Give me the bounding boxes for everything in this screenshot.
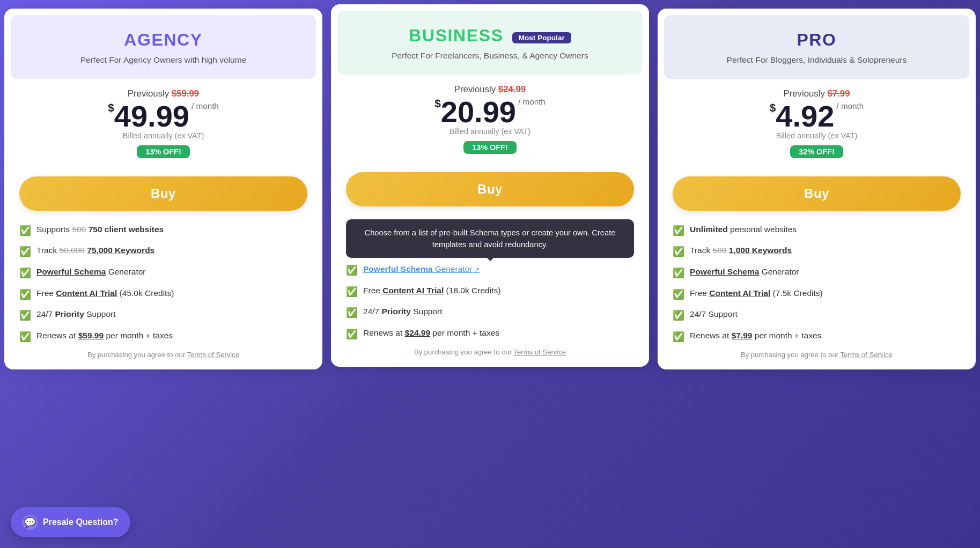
pricing-body-pro: Previously $7.99 $ 4.92 / month Billed a… — [658, 79, 976, 359]
previously-pro: Previously $7.99 — [673, 88, 961, 99]
list-item: ✅24/7 Priority Support — [19, 308, 307, 322]
list-item: ✅Unlimited personal websites — [673, 224, 961, 238]
check-icon: ✅ — [19, 245, 31, 258]
pricing-card-business: BUSINESSMost PopularPerfect For Freelanc… — [331, 4, 649, 367]
buy-button-agency[interactable]: Buy — [19, 176, 307, 211]
check-icon: ✅ — [673, 224, 684, 238]
discount-badge-pro: 32% OFF! — [790, 145, 843, 158]
plan-subtitle-business: Perfect For Freelancers, Business, & Age… — [350, 50, 630, 62]
check-icon: ✅ — [19, 288, 31, 301]
check-icon: ✅ — [346, 285, 358, 299]
feature-text-business-3: Renews at $24.99 per month + taxes — [363, 327, 499, 339]
buy-button-pro[interactable]: Buy — [673, 176, 961, 211]
plan-subtitle-pro: Perfect For Bloggers, Individuals & Solo… — [677, 54, 956, 66]
plan-title-agency: AGENCY — [24, 30, 303, 50]
chat-icon: 💬 — [23, 515, 38, 530]
list-item: ✅Track 50,000 75,000 Keywords — [19, 245, 307, 258]
feature-text-agency-2: Powerful Schema Generator — [36, 266, 146, 278]
terms-text-pro: By purchasing you agree to our Terms of … — [673, 351, 961, 359]
features-list-business: ✅Powerful Schema Generator✅Free Content … — [346, 263, 634, 341]
feature-text-pro-0: Unlimited personal websites — [690, 224, 797, 235]
list-item: ✅Supports 500 750 client websites — [19, 224, 307, 238]
check-icon: ✅ — [19, 266, 31, 280]
pricing-card-agency: AGENCYPerfect For Agency Owners with hig… — [4, 9, 322, 369]
check-icon: ✅ — [673, 309, 684, 322]
schema-tooltip: Choose from a list of pre-built Schema t… — [346, 219, 634, 258]
list-item: ✅24/7 Priority Support — [346, 306, 634, 320]
pricing-card-pro: PROPerfect For Bloggers, Individuals & S… — [658, 9, 976, 369]
feature-text-pro-1: Track 500 1,000 Keywords — [690, 245, 792, 256]
discount-badge-business: 13% OFF! — [463, 141, 516, 154]
billed-annually-pro: Billed annually (ex VAT) — [673, 131, 961, 140]
features-list-agency: ✅Supports 500 750 client websites✅Track … — [19, 224, 307, 344]
feature-text-business-2: 24/7 Priority Support — [363, 306, 443, 317]
price-row-pro: $ 4.92 / month — [673, 101, 961, 131]
terms-text-agency: By purchasing you agree to our Terms of … — [19, 351, 307, 359]
list-item: ✅Renews at $24.99 per month + taxes — [346, 327, 634, 341]
feature-text-business-1: Free Content AI Trial (18.0k Credits) — [363, 285, 500, 297]
feature-text-pro-3: Free Content AI Trial (7.5k Credits) — [690, 287, 823, 299]
discount-badge-agency: 13% OFF! — [137, 145, 189, 158]
discount-row-agency: 13% OFF! — [19, 145, 307, 168]
price-dollar-agency: $ — [108, 101, 114, 114]
presale-label: Presale Question? — [43, 517, 119, 527]
list-item: ✅Powerful Schema Generator — [673, 266, 961, 280]
price-amount-business: 20.99 — [441, 97, 516, 127]
price-period-agency: / month — [189, 101, 219, 110]
price-amount-pro: 4.92 — [776, 101, 834, 131]
billed-annually-business: Billed annually (ex VAT) — [346, 127, 634, 136]
card-header-pro: PROPerfect For Bloggers, Individuals & S… — [664, 15, 969, 79]
terms-link[interactable]: Terms of Service — [840, 351, 893, 359]
price-dollar-pro: $ — [770, 101, 776, 114]
price-row-business: $ 20.99 / month — [346, 97, 634, 127]
feature-text-pro-2: Powerful Schema Generator — [690, 266, 799, 278]
feature-text-pro-5: Renews at $7.99 per month + taxes — [690, 330, 821, 342]
presale-chat-button[interactable]: 💬 Presale Question? — [11, 507, 130, 537]
previously-agency: Previously $59.99 — [19, 88, 307, 99]
check-icon: ✅ — [346, 306, 358, 320]
feature-link[interactable]: Powerful Schema Generator — [363, 264, 480, 273]
price-period-business: / month — [516, 97, 546, 106]
discount-row-pro: 32% OFF! — [673, 145, 961, 168]
check-icon: ✅ — [673, 288, 684, 301]
check-icon: ✅ — [19, 224, 31, 238]
terms-text-business: By purchasing you agree to our Terms of … — [346, 348, 634, 356]
check-icon: ✅ — [346, 328, 358, 341]
list-item: ✅Renews at $7.99 per month + taxes — [673, 330, 961, 344]
feature-text-agency-1: Track 50,000 75,000 Keywords — [36, 245, 154, 256]
price-amount-agency: 49.99 — [114, 101, 189, 131]
feature-text-agency-0: Supports 500 750 client websites — [36, 224, 164, 235]
list-item: ✅Renews at $59.99 per month + taxes — [19, 330, 307, 344]
check-icon: ✅ — [346, 264, 358, 277]
check-icon: ✅ — [673, 245, 684, 258]
buy-button-business[interactable]: Buy — [346, 172, 634, 206]
pricing-body-business: Previously $24.99 $ 20.99 / month Billed… — [331, 75, 649, 357]
list-item: ✅Powerful Schema Generator — [346, 263, 634, 277]
pricing-container: AGENCYPerfect For Agency Owners with hig… — [0, 0, 980, 548]
plan-title-business: BUSINESS — [409, 26, 503, 46]
previously-business: Previously $24.99 — [346, 84, 634, 95]
feature-text-pro-4: 24/7 Support — [690, 308, 738, 320]
pricing-body-agency: Previously $59.99 $ 49.99 / month Billed… — [4, 79, 322, 359]
list-item: ✅24/7 Support — [673, 308, 961, 322]
discount-row-business: 13% OFF! — [346, 141, 634, 164]
billed-annually-agency: Billed annually (ex VAT) — [19, 131, 307, 140]
feature-text-agency-3: Free Content AI Trial (45.0k Credits) — [36, 287, 174, 299]
terms-link[interactable]: Terms of Service — [513, 348, 566, 356]
list-item: ✅Free Content AI Trial (18.0k Credits) — [346, 285, 634, 299]
feature-text-agency-5: Renews at $59.99 per month + taxes — [36, 330, 173, 342]
features-list-pro: ✅Unlimited personal websites✅Track 500 1… — [673, 224, 961, 344]
check-icon: ✅ — [673, 266, 684, 280]
list-item: ✅Free Content AI Trial (7.5k Credits) — [673, 287, 961, 301]
card-header-business: BUSINESSMost PopularPerfect For Freelanc… — [337, 11, 643, 75]
most-popular-badge: Most Popular — [512, 32, 571, 43]
plan-title-pro: PRO — [677, 30, 956, 50]
feature-text-agency-4: 24/7 Priority Support — [36, 308, 116, 320]
price-period-pro: / month — [834, 101, 864, 110]
list-item: ✅Free Content AI Trial (45.0k Credits) — [19, 287, 307, 301]
card-header-agency: AGENCYPerfect For Agency Owners with hig… — [11, 15, 316, 79]
feature-text-business-0: Powerful Schema Generator — [363, 263, 480, 275]
price-dollar-business: $ — [434, 97, 441, 110]
check-icon: ✅ — [673, 330, 684, 344]
terms-link[interactable]: Terms of Service — [187, 351, 239, 359]
